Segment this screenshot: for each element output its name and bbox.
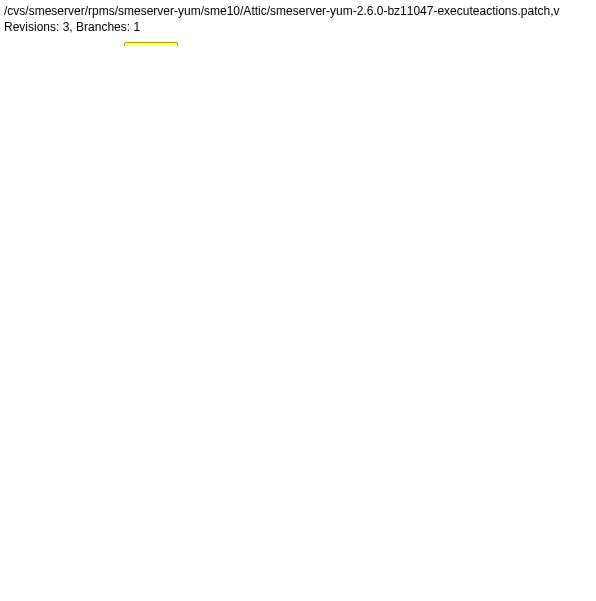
repo-stats: Revisions: 3, Branches: 1 bbox=[4, 20, 592, 34]
branch-main[interactable]: 1 MAIN bbox=[124, 42, 178, 46]
repo-path: /cvs/smeserver/rpms/smeserver-yum/sme10/… bbox=[4, 4, 592, 18]
branch-number: 1 bbox=[131, 45, 171, 46]
